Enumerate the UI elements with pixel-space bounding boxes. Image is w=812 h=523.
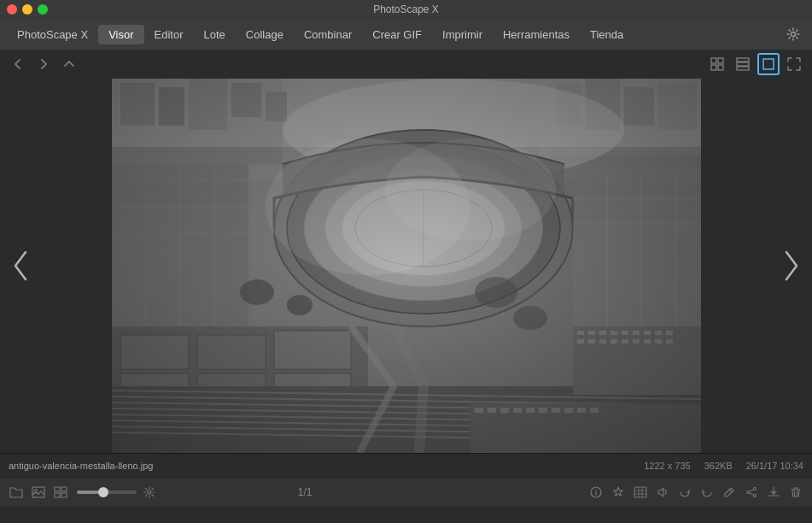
- svg-line-127: [729, 490, 732, 492]
- top-toolbar: [0, 50, 812, 79]
- back-button[interactable]: [7, 53, 29, 75]
- svg-rect-122: [634, 487, 646, 497]
- svg-line-131: [749, 489, 753, 491]
- refresh-button[interactable]: [675, 483, 694, 502]
- svg-rect-117: [61, 493, 67, 497]
- maximize-button[interactable]: [38, 4, 48, 15]
- settings-bottom-button[interactable]: [140, 483, 159, 502]
- menu-item-editor[interactable]: Editor: [144, 25, 194, 44]
- grid-small-button[interactable]: [51, 483, 70, 502]
- svg-point-118: [148, 491, 151, 494]
- delete-button[interactable]: [786, 483, 805, 502]
- svg-point-121: [595, 489, 596, 490]
- svg-rect-115: [61, 487, 67, 491]
- menu-item-herramientas[interactable]: Herramientas: [493, 25, 580, 44]
- status-bar: antiguo-valencia-mestalla-lleno.jpg 1222…: [0, 453, 812, 477]
- minimize-button[interactable]: [22, 4, 32, 15]
- svg-point-0: [792, 32, 796, 37]
- menu-item-lote[interactable]: Lote: [193, 25, 235, 44]
- svg-rect-7: [737, 67, 749, 70]
- page-indicator: 1/1: [298, 486, 313, 498]
- svg-point-128: [753, 487, 756, 490]
- bottom-toolbar: 1/1: [0, 477, 812, 506]
- svg-point-113: [35, 489, 38, 491]
- rotate-left-button[interactable]: [698, 483, 716, 502]
- image-view-button[interactable]: [29, 483, 48, 502]
- menu-item-crear-gif[interactable]: Crear GIF: [362, 25, 432, 44]
- svg-rect-5: [737, 58, 749, 62]
- menu-item-combinar[interactable]: Combinar: [294, 25, 362, 44]
- info-button[interactable]: [587, 483, 605, 502]
- menu-item-photoscape[interactable]: PhotoScape X: [7, 25, 98, 44]
- menu-item-visor[interactable]: Visor: [98, 25, 143, 44]
- svg-rect-3: [711, 65, 716, 70]
- photo-frame: [112, 79, 701, 453]
- svg-rect-8: [763, 59, 774, 69]
- image-dimensions: 1222 x 735: [644, 461, 690, 471]
- forward-button[interactable]: [32, 53, 55, 75]
- single-view-button[interactable]: [757, 53, 780, 75]
- menu-item-tienda[interactable]: Tienda: [580, 25, 634, 44]
- settings-icon[interactable]: [781, 22, 805, 46]
- svg-point-130: [753, 494, 756, 497]
- svg-rect-6: [737, 62, 749, 66]
- filename-label: antiguo-valencia-mestalla-lleno.jpg: [9, 461, 153, 471]
- close-button[interactable]: [7, 4, 17, 15]
- zoom-slider-track[interactable]: [77, 491, 137, 494]
- image-container: [0, 79, 812, 453]
- traffic-lights: [7, 4, 48, 15]
- image-date: 26/1/17 10:34: [746, 461, 803, 471]
- next-image-button[interactable]: [774, 236, 809, 296]
- menu-bar: PhotoScape X Visor Editor Lote Collage C…: [0, 19, 812, 50]
- photo-image: [112, 79, 701, 453]
- svg-rect-111: [112, 79, 701, 453]
- prev-image-button[interactable]: [3, 236, 38, 296]
- svg-rect-114: [55, 487, 60, 491]
- menu-item-imprimir[interactable]: Imprimir: [432, 25, 493, 44]
- svg-rect-2: [718, 58, 723, 63]
- download-button[interactable]: [764, 483, 783, 502]
- image-filesize: 362KB: [704, 461, 733, 471]
- list-view-button[interactable]: [732, 53, 754, 75]
- main-content: [0, 79, 812, 453]
- folder-button[interactable]: [7, 483, 26, 502]
- fullscreen-view-button[interactable]: [783, 53, 805, 75]
- star-button[interactable]: [609, 483, 628, 502]
- svg-rect-116: [55, 493, 60, 497]
- up-button[interactable]: [58, 53, 80, 75]
- menu-item-collage[interactable]: Collage: [236, 25, 294, 44]
- status-info: 1222 x 735 362KB 26/1/17 10:34: [644, 461, 803, 471]
- svg-rect-1: [711, 58, 716, 63]
- title-bar: PhotoScape X: [0, 0, 812, 19]
- view-controls: [706, 53, 805, 75]
- grid-display-button[interactable]: [631, 483, 650, 502]
- edit-button[interactable]: [720, 483, 739, 502]
- zoom-slider-container[interactable]: [77, 491, 137, 494]
- svg-line-132: [749, 492, 753, 494]
- zoom-slider-fill: [77, 491, 101, 494]
- volume-button[interactable]: [653, 483, 672, 502]
- window-title: PhotoScape X: [373, 3, 439, 15]
- zoom-slider-thumb[interactable]: [98, 487, 108, 497]
- svg-rect-4: [718, 65, 723, 70]
- svg-point-129: [746, 491, 749, 493]
- share-button[interactable]: [742, 483, 761, 502]
- grid-view-button[interactable]: [706, 53, 728, 75]
